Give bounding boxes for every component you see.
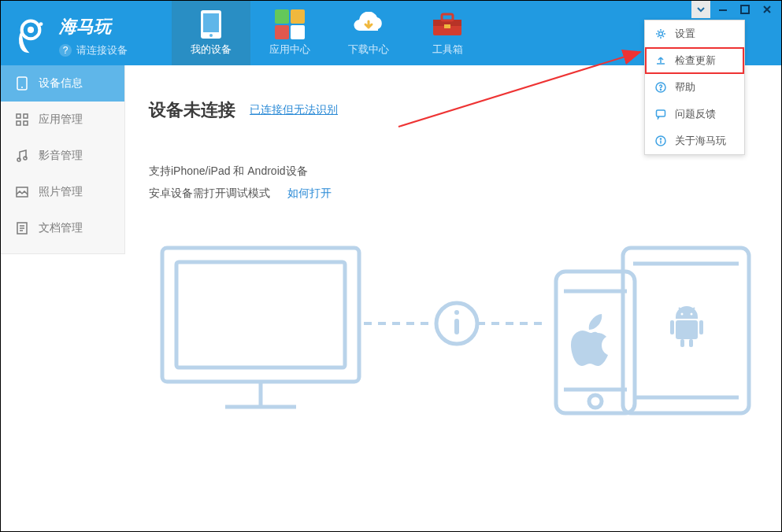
info-icon	[654, 135, 667, 147]
svg-point-28	[454, 310, 459, 315]
support-text: 支持iPhone/iPad 和 Android设备	[149, 160, 758, 182]
menu-item-feedback[interactable]: 问题反馈	[645, 101, 744, 127]
connect-hint-label: 请连接设备	[76, 43, 128, 57]
upload-icon	[654, 54, 667, 67]
svg-rect-29	[454, 319, 459, 334]
nav-label: 工具箱	[432, 42, 463, 57]
music-icon	[15, 149, 29, 163]
nav-app-center[interactable]: 应用中心	[250, 1, 329, 65]
sidebar-item-label: 照片管理	[39, 185, 83, 199]
sidebar-item-media-manage[interactable]: 影音管理	[1, 138, 124, 174]
help-icon: ?	[59, 44, 72, 57]
menu-item-label: 设置	[675, 27, 695, 41]
sidebar-item-label: 影音管理	[39, 149, 83, 163]
svg-point-13	[21, 87, 23, 88]
svg-rect-40	[680, 339, 684, 347]
brand-name: 海马玩	[59, 15, 128, 39]
menu-toggle-button[interactable]	[691, 1, 710, 18]
brand-block: 海马玩 ? 请连接设备	[1, 9, 140, 57]
nav-toolbox[interactable]: 工具箱	[408, 1, 487, 65]
image-icon	[15, 185, 29, 199]
svg-rect-17	[24, 121, 28, 125]
link-connected-unrecognized[interactable]: 已连接但无法识别	[250, 103, 338, 117]
sidebar-item-photo-manage[interactable]: 照片管理	[1, 174, 124, 210]
sidebar: 设备信息 应用管理 影音管理 照片管理 文档管理	[1, 65, 125, 254]
svg-point-48	[660, 89, 661, 90]
svg-rect-23	[176, 262, 345, 368]
minimize-button[interactable]	[713, 1, 732, 18]
svg-point-18	[17, 158, 20, 161]
sidebar-item-device-info[interactable]: 设备信息	[1, 65, 124, 102]
svg-point-2	[39, 22, 43, 26]
svg-point-51	[660, 139, 661, 139]
grid-icon	[15, 113, 29, 127]
svg-rect-16	[17, 121, 20, 125]
close-button[interactable]	[758, 1, 776, 18]
menu-item-label: 检查更新	[675, 54, 716, 68]
svg-point-33	[589, 395, 602, 408]
svg-rect-4	[203, 13, 219, 32]
document-icon	[15, 221, 29, 235]
nav-download-center[interactable]: 下载中心	[329, 1, 408, 65]
toolbox-icon	[430, 9, 465, 39]
apps-icon	[272, 9, 307, 39]
menu-item-settings[interactable]: 设置	[645, 20, 744, 47]
svg-point-45	[690, 313, 692, 316]
svg-rect-22	[162, 248, 359, 382]
device-icon	[15, 76, 29, 91]
nav-label: 应用中心	[269, 42, 310, 57]
phone-icon	[194, 9, 228, 39]
sidebar-item-doc-manage[interactable]: 文档管理	[1, 210, 124, 246]
svg-rect-37	[676, 320, 698, 339]
svg-rect-41	[689, 339, 693, 347]
sidebar-item-app-manage[interactable]: 应用管理	[1, 102, 124, 138]
menu-item-about[interactable]: 关于海马玩	[645, 127, 744, 154]
illustration	[133, 232, 758, 437]
top-nav: 我的设备 应用中心 下载中心	[172, 1, 487, 65]
svg-rect-39	[699, 320, 703, 334]
connect-hint[interactable]: ? 请连接设备	[59, 43, 128, 57]
nav-my-device[interactable]: 我的设备	[172, 1, 250, 65]
svg-point-1	[28, 27, 34, 33]
svg-rect-49	[657, 110, 665, 116]
menu-item-label: 关于海马玩	[675, 134, 726, 148]
svg-rect-11	[741, 6, 749, 13]
chat-icon	[654, 108, 667, 120]
svg-rect-9	[444, 24, 450, 28]
svg-rect-38	[670, 320, 674, 334]
page-title: 设备未连接	[149, 98, 235, 122]
menu-item-label: 问题反馈	[675, 107, 716, 121]
sidebar-item-label: 应用管理	[39, 113, 83, 127]
nav-label: 下载中心	[348, 42, 389, 57]
svg-point-46	[659, 32, 663, 36]
window-controls	[691, 1, 776, 18]
nav-label: 我的设备	[191, 42, 232, 57]
svg-rect-15	[24, 114, 28, 118]
android-debug-text: 安卓设备需打开调试模式	[149, 182, 270, 204]
svg-rect-14	[17, 114, 20, 118]
maximize-button[interactable]	[736, 1, 754, 18]
svg-point-5	[209, 34, 213, 37]
cloud-download-icon	[351, 9, 386, 39]
sidebar-item-label: 文档管理	[39, 221, 83, 235]
svg-point-19	[24, 157, 27, 160]
svg-rect-8	[442, 14, 453, 20]
gear-icon	[654, 28, 667, 40]
menu-item-help[interactable]: 帮助	[645, 74, 744, 101]
sidebar-item-label: 设备信息	[39, 76, 83, 91]
app-logo-icon	[10, 16, 51, 57]
svg-point-44	[680, 313, 683, 316]
help-circle-icon	[654, 81, 667, 94]
menu-item-label: 帮助	[675, 80, 695, 94]
settings-menu: 设置 检查更新 帮助 问题反馈 关于海马玩	[644, 20, 745, 155]
svg-rect-10	[719, 9, 727, 11]
link-how-to-open[interactable]: 如何打开	[287, 182, 332, 204]
menu-item-check-update[interactable]: 检查更新	[645, 47, 744, 74]
